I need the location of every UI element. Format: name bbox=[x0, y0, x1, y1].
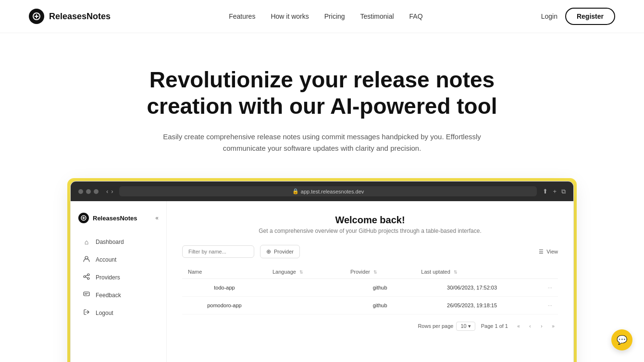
col-actions bbox=[529, 265, 558, 279]
lock-icon: 🔒 bbox=[292, 188, 299, 194]
table-row: pomodoro-app github 26/05/2023, 19:18:15… bbox=[182, 297, 558, 314]
chat-bubble[interactable]: 💬 bbox=[611, 329, 632, 350]
col-language[interactable]: Language ⇅ bbox=[267, 265, 345, 279]
rows-dropdown-icon: ▾ bbox=[468, 323, 471, 329]
rows-per-page-label: Rows per page bbox=[418, 323, 453, 329]
nav-how-it-works[interactable]: How it works bbox=[271, 12, 309, 20]
svg-line-11 bbox=[86, 277, 87, 278]
sidebar-logo: ReleasesNotes « bbox=[71, 209, 166, 233]
browser-back-icon[interactable]: ‹ bbox=[106, 188, 108, 195]
cell-menu[interactable]: ··· bbox=[529, 297, 558, 314]
main-panel: Welcome back! Get a comprehensive overvi… bbox=[167, 201, 573, 362]
hero-title: Revolutionize your release notes creatio… bbox=[130, 67, 514, 120]
svg-rect-12 bbox=[84, 292, 89, 296]
cell-name: todo-app bbox=[182, 279, 267, 297]
sidebar-logo-icon bbox=[78, 213, 89, 223]
sort-updated-icon: ⇅ bbox=[454, 270, 458, 275]
first-page-button[interactable]: « bbox=[514, 321, 523, 331]
dashboard-icon: ⌂ bbox=[82, 238, 91, 246]
sidebar-label-logout: Logout bbox=[96, 310, 113, 316]
sidebar-item-account[interactable]: Account bbox=[74, 251, 162, 268]
sidebar-item-dashboard[interactable]: ⌂ Dashboard bbox=[74, 234, 162, 250]
sidebar-label-feedback: Feedback bbox=[96, 292, 121, 299]
col-name[interactable]: Name bbox=[182, 265, 267, 279]
svg-point-9 bbox=[87, 278, 89, 279]
rows-per-page: Rows per page 10 ▾ bbox=[418, 322, 475, 331]
view-toggle[interactable]: ☰ View bbox=[539, 249, 558, 255]
cell-provider: github bbox=[345, 279, 415, 297]
logo-icon bbox=[29, 9, 44, 24]
cell-language bbox=[267, 279, 345, 297]
sidebar-collapse-icon[interactable]: « bbox=[155, 215, 159, 221]
login-button[interactable]: Login bbox=[541, 12, 557, 20]
view-label: View bbox=[546, 249, 558, 254]
chat-icon: 💬 bbox=[617, 335, 627, 345]
last-page-button[interactable]: » bbox=[548, 321, 558, 331]
hero-subtitle: Easily create comprehensive release note… bbox=[154, 131, 490, 154]
nav-faq[interactable]: FAQ bbox=[409, 12, 423, 20]
filter-bar: ⊕ Provider ☰ View bbox=[182, 245, 558, 258]
browser-chrome: ‹ › 🔒 app.test.releasesnotes.dev ⬆ + ⧉ bbox=[71, 181, 573, 201]
welcome-subtitle: Get a comprehensive overview of your Git… bbox=[182, 228, 558, 234]
rows-per-page-value[interactable]: 10 ▾ bbox=[456, 322, 475, 331]
browser-window: ‹ › 🔒 app.test.releasesnotes.dev ⬆ + ⧉ bbox=[70, 181, 574, 362]
cell-menu[interactable]: ··· bbox=[529, 279, 558, 297]
cell-last-updated: 26/05/2023, 19:18:15 bbox=[415, 297, 529, 314]
sort-provider-icon: ⇅ bbox=[373, 270, 377, 275]
nav-pricing[interactable]: Pricing bbox=[324, 12, 345, 20]
browser-dot-2 bbox=[86, 189, 91, 194]
nav-features[interactable]: Features bbox=[229, 12, 255, 20]
browser-outer: ‹ › 🔒 app.test.releasesnotes.dev ⬆ + ⧉ bbox=[67, 178, 577, 362]
hero-section: Revolutionize your release notes creatio… bbox=[0, 33, 644, 362]
browser-addressbar: 🔒 app.test.releasesnotes.dev bbox=[119, 186, 537, 196]
svg-line-10 bbox=[86, 275, 87, 276]
cell-provider: github bbox=[345, 297, 415, 314]
browser-wrap: ‹ › 🔒 app.test.releasesnotes.dev ⬆ + ⧉ bbox=[48, 178, 596, 362]
browser-dot-1 bbox=[78, 189, 83, 194]
pagination-buttons: « ‹ › » bbox=[514, 321, 558, 331]
new-tab-icon: + bbox=[553, 188, 557, 195]
sidebar-logo-text: ReleasesNotes bbox=[93, 215, 137, 222]
sidebar: ReleasesNotes « ⌂ Dashboard bbox=[71, 201, 167, 362]
filter-provider-button[interactable]: ⊕ Provider bbox=[260, 245, 300, 258]
table-row: todo-app github 30/06/2023, 17:52:03 ··· bbox=[182, 279, 558, 297]
app-content: ReleasesNotes « ⌂ Dashboard bbox=[71, 201, 573, 362]
nav-testimonial[interactable]: Testimonial bbox=[360, 12, 394, 20]
extensions-icon: ⧉ bbox=[561, 188, 566, 195]
filter-input[interactable] bbox=[182, 245, 254, 258]
view-icon: ☰ bbox=[539, 249, 544, 255]
navbar-links: Features How it works Pricing Testimonia… bbox=[229, 12, 422, 20]
data-table: Name Language ⇅ Provider ⇅ bbox=[182, 265, 558, 314]
sidebar-item-logout[interactable]: Logout bbox=[74, 304, 162, 321]
sidebar-label-account: Account bbox=[96, 256, 116, 263]
filter-left: ⊕ Provider bbox=[182, 245, 300, 258]
sidebar-item-feedback[interactable]: Feedback bbox=[74, 287, 162, 303]
sidebar-item-providers[interactable]: Providers bbox=[74, 269, 162, 286]
navbar-actions: Login Register bbox=[541, 8, 615, 25]
share-icon: ⬆ bbox=[543, 188, 548, 195]
feedback-icon bbox=[82, 291, 91, 299]
prev-page-button[interactable]: ‹ bbox=[525, 321, 535, 331]
browser-forward-icon[interactable]: › bbox=[111, 188, 113, 195]
cell-name: pomodoro-app bbox=[182, 297, 267, 314]
sidebar-label-providers: Providers bbox=[96, 274, 120, 281]
cell-language bbox=[267, 297, 345, 314]
page-info: Page 1 of 1 bbox=[481, 323, 508, 329]
browser-nav-btns: ‹ › bbox=[106, 188, 113, 195]
col-provider[interactable]: Provider ⇅ bbox=[345, 265, 415, 279]
col-last-updated[interactable]: Last uptated ⇅ bbox=[415, 265, 529, 279]
cell-last-updated: 30/06/2023, 17:52:03 bbox=[415, 279, 529, 297]
pagination: Rows per page 10 ▾ Page 1 of 1 « ‹ › bbox=[182, 321, 558, 331]
browser-dots bbox=[78, 189, 99, 194]
svg-point-7 bbox=[84, 276, 86, 278]
welcome-title: Welcome back! bbox=[182, 215, 558, 226]
provider-label: Provider bbox=[274, 249, 294, 254]
navbar-logo[interactable]: ReleasesNotes bbox=[29, 9, 111, 24]
logout-icon bbox=[82, 309, 91, 317]
next-page-button[interactable]: › bbox=[537, 321, 546, 331]
register-button[interactable]: Register bbox=[565, 8, 615, 25]
browser-url: app.test.releasesnotes.dev bbox=[301, 189, 364, 194]
account-icon bbox=[82, 255, 91, 264]
navbar: ReleasesNotes Features How it works Pric… bbox=[0, 0, 644, 33]
svg-point-8 bbox=[87, 274, 89, 276]
